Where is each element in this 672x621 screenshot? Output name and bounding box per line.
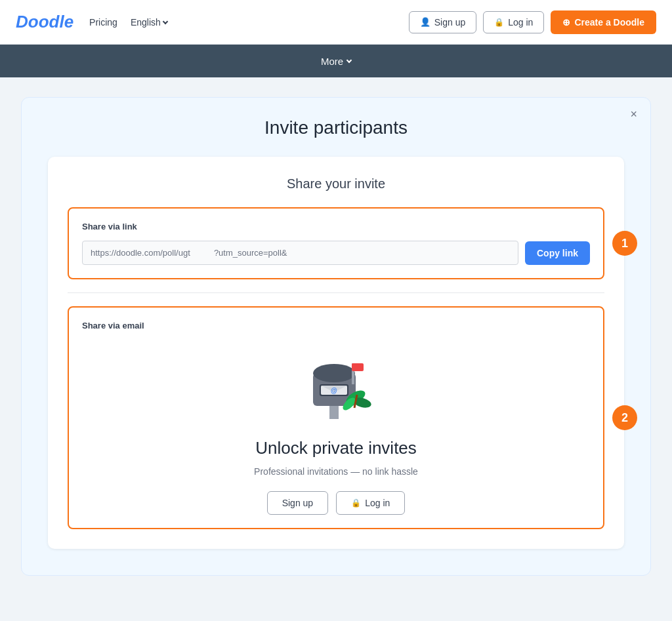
- main-header: Doodle Pricing English 👤 Sign up 🔒 Log i…: [0, 0, 672, 45]
- plus-circle-icon: ⊕: [562, 17, 570, 28]
- step-badge-2: 2: [612, 405, 637, 430]
- share-link-section: Share via link Copy link 1: [68, 207, 604, 279]
- unlock-subtitle: Professional invitations — no link hassl…: [82, 466, 590, 477]
- email-login-button[interactable]: 🔒 Log in: [336, 491, 405, 515]
- share-invite-subtitle: Share your invite: [68, 176, 604, 191]
- svg-rect-8: [329, 406, 339, 419]
- create-doodle-button[interactable]: ⊕ Create a Doodle: [551, 10, 656, 34]
- logo[interactable]: Doodle: [16, 12, 74, 32]
- more-menu[interactable]: More: [321, 56, 351, 67]
- invite-title: Invite participants: [48, 117, 624, 138]
- unlock-title: Unlock private invites: [82, 438, 590, 458]
- signup-label: Sign up: [434, 17, 465, 28]
- svg-point-1: [313, 364, 355, 382]
- share-email-label: Share via email: [82, 321, 590, 331]
- main-content: × Invite participants Share your invite …: [8, 77, 664, 595]
- person-icon: 👤: [420, 17, 430, 27]
- mailbox-illustration: @: [297, 350, 375, 422]
- chevron-down-icon: [163, 18, 168, 24]
- more-label: More: [321, 56, 343, 67]
- invite-card: × Invite participants Share your invite …: [21, 97, 651, 576]
- main-nav: Pricing English: [89, 17, 409, 28]
- language-selector[interactable]: English: [131, 17, 167, 28]
- email-login-label: Log in: [365, 498, 390, 508]
- section-divider: [68, 292, 604, 293]
- email-signup-button[interactable]: Sign up: [267, 491, 328, 515]
- invite-inner-card: Share your invite Share via link Copy li…: [48, 157, 624, 549]
- svg-rect-7: [352, 363, 364, 371]
- language-label: English: [131, 17, 161, 28]
- nav-pricing[interactable]: Pricing: [89, 17, 117, 28]
- login-button[interactable]: 🔒 Log in: [483, 11, 544, 33]
- subnav: More: [0, 45, 672, 77]
- link-input-row: Copy link: [82, 241, 590, 265]
- step-badge-1: 1: [612, 231, 637, 256]
- auth-buttons: Sign up 🔒 Log in: [82, 491, 590, 515]
- login-label: Log in: [508, 17, 533, 28]
- svg-text:@: @: [331, 387, 337, 394]
- create-label: Create a Doodle: [574, 17, 644, 28]
- copy-link-button[interactable]: Copy link: [525, 241, 590, 265]
- header-actions: 👤 Sign up 🔒 Log in ⊕ Create a Doodle: [409, 10, 656, 34]
- lock-icon: 🔒: [494, 18, 504, 27]
- close-button[interactable]: ×: [630, 108, 637, 120]
- share-link-label: Share via link: [82, 222, 590, 231]
- share-email-section: Share via email @: [68, 306, 604, 529]
- signup-button[interactable]: 👤 Sign up: [409, 11, 476, 33]
- chevron-down-icon: [346, 58, 352, 63]
- share-link-input[interactable]: [82, 241, 518, 265]
- lock-small-icon: 🔒: [351, 498, 361, 508]
